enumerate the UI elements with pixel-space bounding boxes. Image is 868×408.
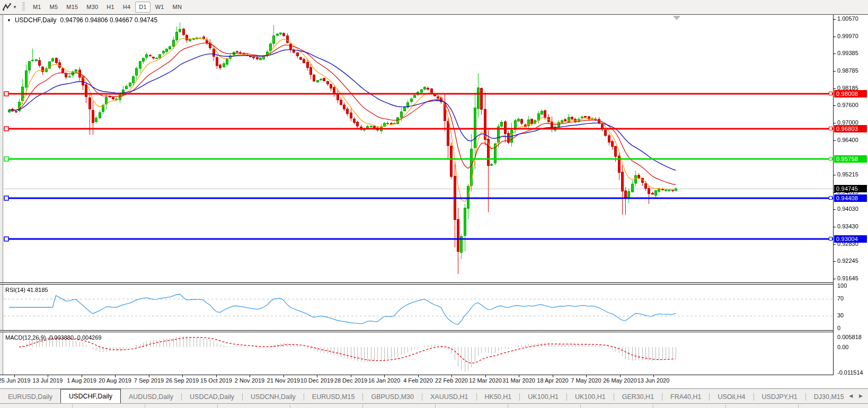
status-pane-divider (653, 404, 653, 408)
price-tick-mark (833, 192, 836, 193)
status-pane-divider (435, 404, 436, 408)
chart-tab-usdcad-daily[interactable]: USDCAD,Daily (182, 390, 242, 403)
level-line-handle[interactable] (829, 127, 832, 130)
chart-tab-eurusd-daily[interactable]: EURUSD,Daily (0, 390, 60, 403)
date-tick-label: 15 Oct 2019 (200, 377, 232, 384)
price-tick-label: 0.95215 (837, 171, 858, 178)
chart-tab-usdchf-daily[interactable]: USDCHF,Daily (60, 389, 121, 403)
timeframe-toolbar: ▼ M1M5M15M30H1H4D1W1MN (0, 0, 868, 14)
current-price-tag: 0.94745 (834, 185, 867, 192)
level-line-handle[interactable] (829, 237, 832, 241)
rsi-label: RSI(14) 41.8185 (5, 287, 48, 293)
date-tick-label: 1 Aug 2019 (67, 377, 96, 384)
chart-tab-ger30-h1[interactable]: GER30,H1 (614, 390, 662, 403)
timeframe-button-h1[interactable]: H1 (103, 2, 118, 13)
timeframe-button-mn[interactable]: MN (169, 2, 186, 13)
price-tick-mark (833, 175, 836, 175)
date-tick-label: 2 Nov 2019 (235, 377, 264, 384)
date-tick-label: 7 May 2020 (571, 377, 601, 384)
date-tick-label: 4 Feb 2020 (403, 377, 433, 384)
chart-tab-uk100-h1[interactable]: UK100,H1 (567, 390, 614, 403)
macd-label: MACD(12,26,9) -0.003880 -0.004269 (5, 334, 102, 341)
date-tick-label: 28 Dec 2019 (334, 377, 367, 384)
level-price-tag: 0.93004 (834, 235, 867, 243)
date-tick-label: 7 Sep 2019 (134, 377, 164, 384)
price-tick-label: 1.00570 (837, 15, 858, 22)
rsi-tick-label: 70 (837, 295, 844, 301)
scroll-to-end-marker[interactable] (673, 16, 680, 20)
timeframe-button-w1[interactable]: W1 (152, 2, 168, 13)
price-tick-mark (833, 19, 836, 20)
timeframe-button-m1[interactable]: M1 (29, 2, 45, 13)
rsi-canvas[interactable] (4, 285, 833, 330)
chart-symbol-label: USDCHF,Daily (15, 16, 57, 24)
date-axis[interactable]: 25 Jun 201913 Jul 20191 Aug 201920 Aug 2… (0, 375, 868, 388)
date-tick-label: 16 Jan 2020 (368, 377, 401, 384)
timeframe-button-d1[interactable]: D1 (135, 2, 150, 13)
price-tick-label: 0.99385 (837, 50, 858, 56)
status-pane-divider (798, 404, 799, 408)
tab-scroll-right-icon[interactable]: ▶ (859, 393, 863, 398)
macd-canvas[interactable] (4, 332, 833, 375)
mt4-window: ▼ M1M5M15M30H1H4D1W1MN ▼ USDCHF,Daily 0.… (0, 0, 868, 408)
chart-tab-bar: EURUSD,DailyUSDCHF,DailyAUDUSD,DailyUSDC… (0, 388, 868, 403)
date-tick-label: 25 Jun 2019 (0, 377, 30, 384)
chart-tab-audusd-daily[interactable]: AUDUSD,Daily (121, 390, 181, 403)
date-tick-label: 12 Mar 2020 (469, 377, 502, 384)
level-price-tag: 0.98008 (834, 90, 867, 97)
status-pane-divider (290, 404, 290, 408)
price-tick-mark (833, 279, 836, 279)
chart-tab-usoil-h4[interactable]: USOil,H4 (710, 390, 753, 403)
timeframe-button-m30[interactable]: M30 (83, 2, 102, 13)
line-studies-icon (2, 2, 12, 12)
chart-tab-uk100-h1[interactable]: UK100,H1 (520, 390, 566, 403)
price-axis[interactable]: 1.005700.999700.993850.987850.981850.976… (834, 15, 868, 375)
chart-title: ▼ USDCHF,Daily 0.94796 0.94806 0.94667 0… (7, 16, 157, 24)
chart-tab-gbpusd-m30[interactable]: GBPUSD,M30 (363, 390, 422, 403)
date-tick-label: 22 Feb 2020 (435, 377, 468, 384)
price-tick-mark (833, 105, 836, 106)
chart-tab-fra40-h1[interactable]: FRA40,H1 (662, 390, 709, 403)
chart-tab-eurusd-m15[interactable]: EURUSD,M15 (304, 390, 363, 403)
level-line-handle[interactable] (829, 92, 832, 95)
timeframe-button-h4[interactable]: H4 (119, 2, 134, 13)
price-tick-mark (833, 261, 836, 262)
chart-tab-usdcnh-daily[interactable]: USDCNH,Daily (243, 390, 304, 403)
price-tick-label: 0.96400 (837, 137, 858, 143)
tab-scroll-buttons: ◀ ▶ (849, 393, 863, 398)
dropdown-caret-icon: ▼ (13, 5, 17, 10)
level-price-tag: 0.95758 (834, 155, 867, 163)
chart-border-left (0, 15, 3, 375)
price-tick-label: 0.91645 (837, 275, 858, 281)
status-pane-divider (72, 404, 73, 408)
date-tick-label: 21 Nov 2019 (267, 377, 300, 384)
main-chart-canvas[interactable] (4, 15, 833, 282)
chart-tab-usdjpy-h1[interactable]: USDJPY,H1 (754, 390, 805, 403)
status-pane-divider (362, 404, 363, 408)
chart-caret-icon: ▼ (7, 18, 11, 23)
status-bar-strip (0, 403, 868, 408)
toolbar-grip[interactable] (22, 2, 25, 12)
price-tick-mark (833, 37, 836, 37)
rsi-tick-label: 100 (837, 282, 847, 289)
level-line-handle[interactable] (829, 196, 832, 200)
tab-scroll-left-icon[interactable]: ◀ (849, 393, 853, 398)
price-tick-mark (833, 227, 836, 227)
price-tick-mark (833, 244, 836, 245)
chart-ohlc-values: 0.94796 0.94806 0.94667 0.94745 (60, 16, 158, 24)
status-pane-divider (580, 404, 581, 408)
chart-tab-dj30-m15[interactable]: DJ30,M15 (806, 390, 852, 403)
level-line-handle[interactable] (829, 157, 832, 161)
timeframe-button-m5[interactable]: M5 (46, 2, 62, 13)
price-tick-label: 0.97600 (837, 102, 858, 108)
timeframe-buttons: M1M5M15M30H1H4D1W1MN (29, 2, 187, 13)
line-studies-tool[interactable]: ▼ (2, 2, 19, 12)
date-tick-label: 10 Dec 2019 (300, 377, 333, 384)
macd-tick-label: 0.005818 (837, 334, 862, 340)
date-tick-label: 26 May 2020 (603, 377, 637, 384)
chart-tab-hk50-h1[interactable]: HK50,H1 (477, 390, 520, 403)
price-tick-mark (833, 54, 836, 54)
timeframe-button-m15[interactable]: M15 (63, 2, 82, 13)
chart-tab-xauusd-h1[interactable]: XAUUSD,H1 (422, 390, 476, 403)
price-tick-mark (833, 123, 836, 123)
